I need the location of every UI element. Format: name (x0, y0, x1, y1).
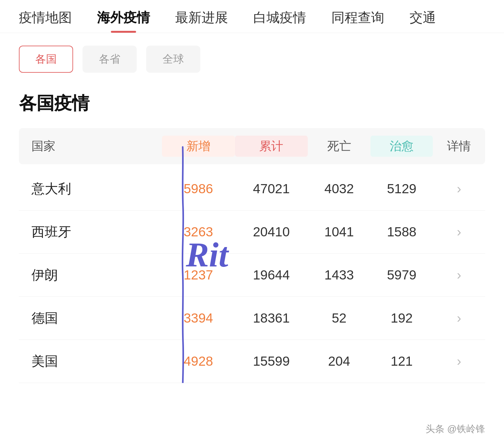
nav-item-baicheng[interactable]: 白城疫情 (253, 9, 306, 33)
tab-gesheng[interactable]: 各省 (83, 46, 137, 73)
table-row: 意大利 5986 47021 4032 5129 › (19, 167, 485, 211)
new-iran: 1237 (162, 265, 235, 285)
nav-item-haiwai[interactable]: 海外疫情 (97, 9, 150, 33)
header-recover: 治愈 (370, 136, 433, 157)
detail-iran[interactable]: › (433, 268, 485, 283)
header-detail: 详情 (433, 138, 485, 154)
header-country: 国家 (19, 138, 162, 154)
new-italy: 5986 (162, 179, 235, 199)
country-spain: 西班牙 (19, 223, 162, 241)
death-usa: 204 (308, 354, 370, 369)
recover-iran: 5979 (370, 265, 433, 285)
country-usa: 美国 (19, 352, 162, 370)
total-spain: 20410 (235, 222, 308, 242)
detail-italy[interactable]: › (433, 181, 485, 196)
new-usa: 4928 (162, 351, 235, 371)
detail-germany[interactable]: › (433, 311, 485, 326)
total-iran: 19644 (235, 265, 308, 285)
table-header: 国家 新增 累计 死亡 治愈 详情 (19, 128, 485, 164)
country-germany: 德国 (19, 309, 162, 327)
table-row: 伊朗 1237 19644 1433 5979 › (19, 254, 485, 297)
recover-italy: 5129 (370, 179, 433, 199)
new-germany: 3394 (162, 308, 235, 328)
country-iran: 伊朗 (19, 266, 162, 284)
tabs-row: 各国 各省 全球 (0, 33, 504, 73)
nav-item-yiqing[interactable]: 疫情地图 (19, 9, 72, 33)
table-row: 西班牙 3263 20410 1041 1588 › (19, 211, 485, 254)
covid-table: 国家 新增 累计 死亡 治愈 详情 意大利 5986 47021 4032 51… (0, 128, 504, 383)
total-germany: 18361 (235, 308, 308, 328)
header-death: 死亡 (308, 138, 370, 154)
death-germany: 52 (308, 311, 370, 326)
table-row: 美国 4928 15599 204 121 › (19, 340, 485, 383)
header-total: 累计 (235, 136, 308, 157)
total-usa: 15599 (235, 351, 308, 371)
country-italy: 意大利 (19, 180, 162, 198)
recover-spain: 1588 (370, 222, 433, 242)
detail-spain[interactable]: › (433, 224, 485, 239)
nav-item-zuixin[interactable]: 最新进展 (175, 9, 228, 33)
app-container: 疫情地图 海外疫情 最新进展 白城疫情 同程查询 交通 各国 各省 全球 各国疫… (0, 0, 504, 383)
header-new: 新增 (162, 136, 235, 157)
tab-quanqiu[interactable]: 全球 (146, 46, 200, 73)
recover-usa: 121 (370, 351, 433, 371)
new-spain: 3263 (162, 222, 235, 242)
tab-geguó[interactable]: 各国 (19, 46, 73, 73)
table-row: 德国 3394 18361 52 192 › (19, 297, 485, 340)
death-spain: 1041 (308, 224, 370, 239)
death-italy: 4032 (308, 181, 370, 196)
nav-bar: 疫情地图 海外疫情 最新进展 白城疫情 同程查询 交通 (0, 0, 504, 33)
section-title: 各国疫情 (0, 73, 504, 128)
nav-item-jiaotong[interactable]: 交通 (410, 9, 436, 33)
detail-usa[interactable]: › (433, 354, 485, 369)
death-iran: 1433 (308, 268, 370, 283)
recover-germany: 192 (370, 308, 433, 328)
nav-item-tongcheng[interactable]: 同程查询 (331, 9, 384, 33)
total-italy: 47021 (235, 179, 308, 199)
